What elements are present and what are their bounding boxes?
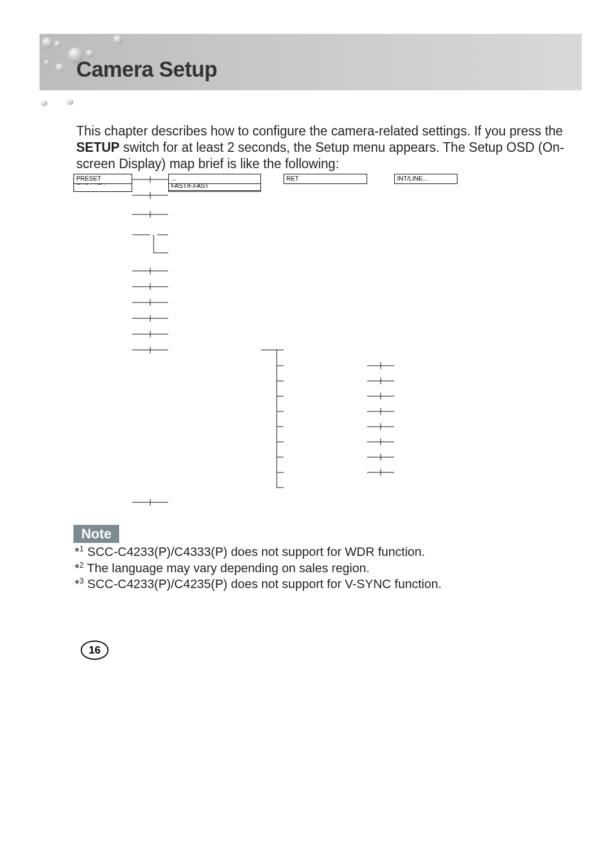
submenu-ret: RET (284, 174, 367, 184)
note-label: Note (73, 525, 119, 543)
page-number: 16 (81, 641, 108, 660)
footnotes: *1 SCC-C4233(P)/C4333(P) does not suppor… (75, 544, 442, 593)
footnote-2: *2 The language may vary depending on sa… (75, 560, 442, 577)
menu-item-preset: PRESET (73, 174, 132, 184)
intro-text-part2: switch for at least 2 seconds, the Setup… (76, 140, 564, 171)
footnote-3: *3 SCC-C4233(P)/C4235(P) does not suppor… (75, 576, 442, 593)
subvalue-v-sync: INT/LINE... (394, 174, 457, 184)
menu-value-preset: ... (168, 174, 261, 184)
intro-text-part1: This chapter describes how to configure … (76, 124, 563, 138)
intro-text: This chapter describes how to configure … (76, 123, 565, 172)
footnote-1: *1 SCC-C4233(P)/C4333(P) does not suppor… (75, 544, 442, 560)
page-title: Camera Setup (76, 58, 217, 82)
osd-map-diagram: CAMERA ID IRIS SHUTTER AGC/MOTION WHITE … (73, 174, 514, 512)
intro-text-bold: SETUP (76, 140, 120, 155)
